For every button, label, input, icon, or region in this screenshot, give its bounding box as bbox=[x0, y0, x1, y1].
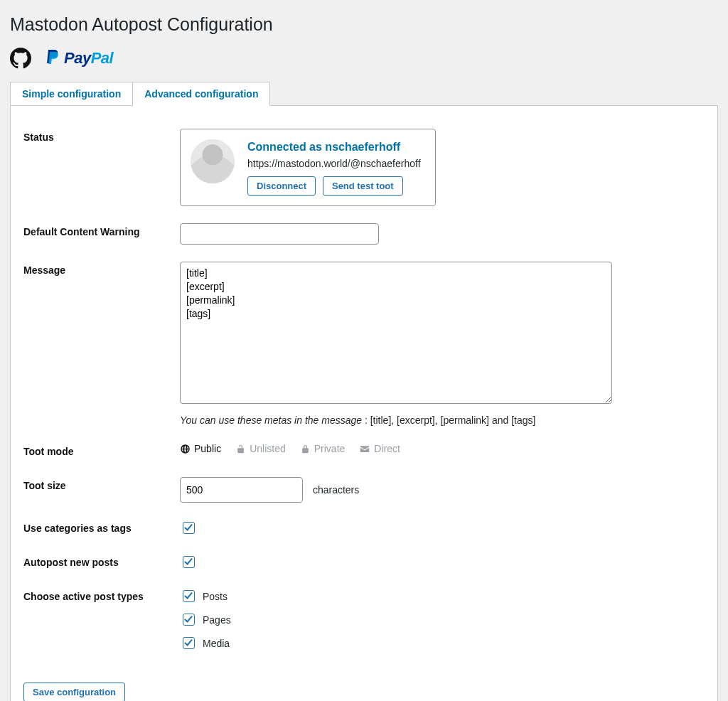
paypal-link[interactable]: PayPal bbox=[44, 48, 113, 68]
github-link[interactable] bbox=[10, 48, 31, 69]
toot-size-label: Toot size bbox=[23, 469, 180, 511]
message-textarea[interactable] bbox=[180, 262, 612, 404]
status-label: Status bbox=[23, 120, 180, 215]
toot-mode-private[interactable]: Private bbox=[300, 443, 346, 454]
toot-mode-private-label: Private bbox=[314, 443, 346, 454]
avatar bbox=[191, 139, 235, 183]
toot-mode-direct-label: Direct bbox=[374, 443, 400, 454]
post-type-posts-label: Posts bbox=[203, 591, 228, 602]
use-categories-checkbox[interactable] bbox=[183, 522, 195, 534]
post-type-media-label: Media bbox=[203, 638, 230, 649]
post-type-media-checkbox[interactable] bbox=[183, 637, 195, 649]
toot-mode-unlisted-label: Unlisted bbox=[250, 443, 286, 454]
tab-advanced-label: Advanced configuration bbox=[144, 88, 258, 100]
toot-mode-public-label: Public bbox=[194, 443, 221, 454]
message-hint-prefix: You can use these metas in the message bbox=[180, 414, 362, 426]
paypal-icon bbox=[44, 48, 64, 68]
send-test-toot-button[interactable]: Send test toot bbox=[323, 176, 403, 196]
tab-simple-label: Simple configuration bbox=[22, 88, 121, 100]
autopost-new-label: Autopost new posts bbox=[23, 545, 180, 579]
content-warning-label: Default Content Warning bbox=[23, 215, 180, 253]
post-types-label: Choose active post types bbox=[23, 579, 180, 667]
tab-advanced-configuration[interactable]: Advanced configuration bbox=[133, 82, 270, 106]
save-configuration-button[interactable]: Save configuration bbox=[23, 683, 125, 701]
profile-url: https://mastodon.world/@nschaeferhoff bbox=[247, 158, 421, 169]
envelope-icon bbox=[359, 444, 370, 454]
toot-size-input[interactable] bbox=[180, 477, 303, 503]
settings-panel: Status Connected as nschaeferhoff https:… bbox=[10, 105, 718, 701]
message-hint: You can use these metas in the message :… bbox=[180, 414, 705, 426]
disconnect-button[interactable]: Disconnect bbox=[247, 176, 316, 196]
toot-mode-unlisted[interactable]: Unlisted bbox=[235, 443, 286, 454]
paypal-text-pal: Pal bbox=[91, 49, 114, 68]
post-type-posts-checkbox[interactable] bbox=[183, 590, 195, 602]
toot-mode-public[interactable]: Public bbox=[180, 443, 221, 454]
toot-mode-direct[interactable]: Direct bbox=[359, 443, 400, 454]
toot-size-suffix: characters bbox=[313, 484, 359, 496]
message-hint-rest: : [title], [excerpt], [permalink] and [t… bbox=[362, 414, 535, 426]
status-card: Connected as nschaeferhoff https://masto… bbox=[180, 129, 436, 206]
post-type-pages-checkbox[interactable] bbox=[183, 614, 195, 626]
content-warning-input[interactable] bbox=[180, 223, 379, 245]
toot-mode-label: Toot mode bbox=[23, 434, 180, 469]
tab-simple-configuration[interactable]: Simple configuration bbox=[10, 82, 133, 106]
message-label: Message bbox=[23, 253, 180, 434]
lock-icon bbox=[300, 444, 311, 454]
globe-icon bbox=[180, 444, 191, 454]
github-icon bbox=[10, 48, 31, 69]
post-type-pages-label: Pages bbox=[203, 614, 231, 626]
autopost-new-checkbox[interactable] bbox=[183, 556, 195, 568]
page-title: Mastodon Autopost Configuration bbox=[10, 14, 718, 35]
unlock-icon bbox=[235, 444, 246, 454]
paypal-text-pay: Pay bbox=[64, 49, 91, 68]
connected-as: Connected as nschaeferhoff bbox=[247, 141, 421, 154]
use-categories-label: Use categories as tags bbox=[23, 511, 180, 545]
